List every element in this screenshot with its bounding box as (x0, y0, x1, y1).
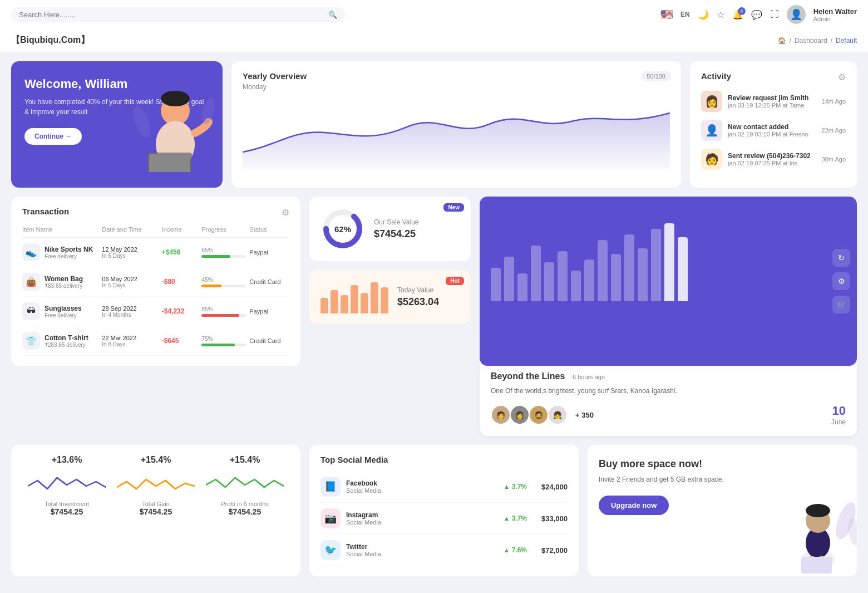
mini-value-2: $7454.25 (206, 507, 284, 516)
bar-rect-7 (584, 259, 594, 301)
moon-icon[interactable]: 🌙 (698, 9, 709, 20)
activity-title: Activity (701, 71, 731, 81)
chart-cart-icon[interactable]: 🛒 (832, 296, 850, 313)
mini-chart-item-0: +13.6%Total Investment$7454.25 (22, 455, 111, 566)
activity-item-2: 🧑 Sent review (504)236-7302 jan 02 19 07… (701, 149, 846, 170)
star-icon[interactable]: ☆ (717, 9, 724, 20)
social-icon-0: 📘 (320, 477, 341, 497)
svg-rect-19 (801, 557, 832, 574)
side-icons: ↻ ⚙ 🛒 (832, 249, 850, 313)
item-sub-1: ₹83.65 delivery (45, 283, 83, 289)
bar-mini-item (341, 295, 348, 313)
activity-card: Activity ⚙ 👩 Review request jim Smith ja… (690, 61, 857, 188)
item-name-0: Nike Sports NK (45, 246, 93, 253)
buyspace-illustration (768, 487, 857, 576)
event-time: 6 hours ago (573, 374, 605, 380)
event-date-num: 10 (831, 404, 846, 418)
mini-value-0: $7454.25 (28, 507, 106, 516)
yearly-subtitle: Monday (243, 83, 670, 91)
search-box[interactable]: 🔍 (11, 7, 345, 22)
act-sub-0: jan 03 19 12:25 PM at Tame (728, 102, 816, 109)
mini-chart-pct-0: +13.6% (28, 455, 106, 465)
bar-chart-card: ↻ ⚙ 🛒 (480, 197, 857, 366)
social-info-2: Twitter Social Media (346, 543, 497, 557)
item-icon-3: 👕 (22, 332, 40, 350)
item-status-0: Paypal (249, 249, 289, 256)
event-avatar-1: 👩 (510, 405, 530, 425)
buyspace-title: Buy more space now! (599, 458, 846, 470)
chart-gear-icon[interactable]: ⚙ (832, 272, 850, 290)
avatar[interactable]: 👤 (787, 5, 806, 24)
breadcrumb-current: Default (836, 37, 857, 45)
transaction-rows: 👟 Nike Sports NK Free delivery 12 May 20… (22, 238, 289, 356)
bar-chart-item (531, 246, 541, 301)
act-sub-2: jan 02 19 07:35 PM at Iris (728, 160, 816, 166)
item-name-3: Cotton T-shirt (45, 334, 88, 342)
sale-new-card: New 62% Our Sale Value $7454.25 (309, 197, 471, 261)
sales-column: New 62% Our Sale Value $7454.25 Hot (309, 197, 471, 366)
search-input[interactable] (19, 11, 324, 19)
item-icon-1: 👜 (22, 273, 40, 291)
notification-icon[interactable]: 🔔4 (732, 9, 743, 20)
transaction-title: Transaction (22, 207, 69, 216)
transaction-gear-icon[interactable]: ⚙ (282, 207, 289, 218)
bar-rect-4 (544, 262, 554, 301)
flag-icon[interactable]: 🇺🇸 (660, 8, 673, 21)
item-progress-1: 45% (201, 277, 249, 287)
item-income-3: -$645 (162, 337, 202, 345)
bar-chart-item (624, 234, 634, 301)
activity-gear-icon[interactable]: ⚙ (838, 72, 846, 82)
bar-chart-item (651, 229, 661, 301)
sale-hot-info: Today Value $5263.04 (397, 286, 439, 308)
sale-new-value: $7454.25 (374, 228, 419, 240)
table-row: 👜 Women Bag ₹83.65 delivery 06 May 2022 … (22, 267, 289, 297)
mini-label-2: Profit in 6 months (206, 501, 284, 507)
activity-item-0: 👩 Review request jim Smith jan 03 19 12:… (701, 91, 846, 112)
bar-mini-item (371, 282, 378, 313)
item-info-0: 👟 Nike Sports NK Free delivery (22, 243, 102, 261)
transaction-card: Transaction ⚙ Item Name Date and Time In… (11, 197, 300, 366)
col-status: Status (249, 226, 289, 233)
fullscreen-icon[interactable]: ⛶ (770, 9, 779, 19)
bar-rect-9 (611, 254, 621, 301)
item-income-0: +$456 (162, 248, 202, 256)
item-sub-0: Free delivery (45, 253, 93, 259)
breadcrumb-dashboard[interactable]: Dashboard (795, 37, 827, 45)
continue-button[interactable]: Continue → (24, 128, 82, 145)
bar-mini-item (351, 285, 358, 313)
bar-mini-chart (320, 280, 388, 313)
message-icon[interactable]: 💬 (751, 9, 762, 20)
table-header: Transaction ⚙ (22, 207, 289, 218)
bar-chart-item (584, 259, 594, 301)
bar-mini-item (320, 298, 328, 313)
yearly-badge: 50/100 (641, 71, 671, 81)
item-progress-2: 85% (201, 306, 249, 317)
social-growth-1: ▲ 3.7% (503, 514, 527, 522)
item-sub-2: Free delivery (45, 312, 82, 318)
social-type-2: Social Media (346, 551, 497, 557)
lang-label[interactable]: EN (680, 11, 690, 18)
activity-item-1: 👤 New contact added jan 02 19 03:10 PM a… (701, 120, 846, 141)
sale-new-title: Our Sale Value (374, 218, 419, 226)
row-1: Welcome, William You have completed 40% … (11, 61, 857, 188)
act-sub-1: jan 02 19 03:10 PM at Fresno (728, 131, 816, 138)
user-role: Admin (813, 16, 857, 22)
chart-refresh-icon[interactable]: ↻ (832, 249, 850, 267)
upgrade-button[interactable]: Upgrade now (599, 496, 669, 515)
table-row: 👟 Nike Sports NK Free delivery 12 May 20… (22, 238, 289, 267)
event-description: One Of the world,s brightest, young surf… (491, 386, 846, 396)
mini-value-1: $7454.25 (117, 507, 195, 516)
bar-chart-item (598, 240, 608, 301)
social-row-2: 🐦 Twitter Social Media ▲ 7.6% $72,000 (320, 535, 568, 566)
bar-rect-8 (598, 240, 608, 301)
bar-mini-item (331, 290, 338, 313)
sale-new-info: Our Sale Value $7454.25 (374, 218, 419, 240)
bar-chart-item (504, 257, 514, 301)
item-icon-0: 👟 (22, 243, 40, 261)
home-icon[interactable]: 🏠 (778, 37, 786, 45)
event-date-month: June (831, 418, 846, 426)
bar-chart-item (638, 248, 648, 301)
top-navigation: 🔍 🇺🇸 EN 🌙 ☆ 🔔4 💬 ⛶ 👤 Helen Walter Admin (0, 0, 868, 29)
bar-rect-12 (651, 229, 661, 301)
welcome-illustration (122, 61, 223, 188)
